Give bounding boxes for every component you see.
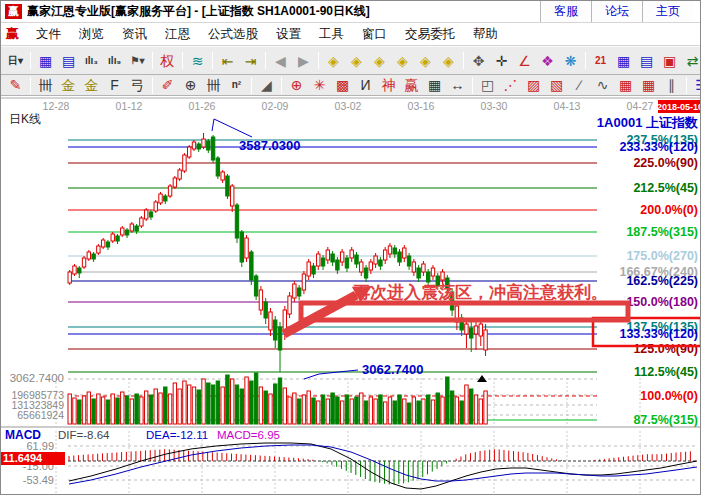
chart-3min-icon[interactable]: ılı₃ bbox=[80, 51, 103, 71]
homepage-button[interactable]: 主页 bbox=[642, 1, 693, 22]
crosshair-icon[interactable]: ✛ bbox=[490, 51, 513, 71]
toolbar-separator bbox=[318, 52, 319, 69]
period-label: 日K线 bbox=[9, 112, 41, 126]
list-config-icon[interactable]: ☰ bbox=[690, 75, 700, 95]
gann-zoom-out-icon[interactable]: ◈ bbox=[391, 51, 414, 71]
chart-area: 237.5%(135)233.33%(120)225.0%(90)212.5%(… bbox=[1, 96, 701, 495]
star-radial-icon[interactable]: ✳ bbox=[308, 75, 331, 95]
cycle-ruler-icon[interactable]: 弓 bbox=[126, 75, 149, 95]
gold-section-h-icon[interactable]: 金 bbox=[57, 75, 80, 95]
volume-bar bbox=[465, 385, 468, 424]
flag-marker-icon[interactable]: ⚑▾ bbox=[126, 51, 149, 71]
candle-body bbox=[474, 326, 477, 334]
gold-section-v-icon[interactable]: 金 bbox=[80, 75, 103, 95]
period-day-icon[interactable]: 日▾ bbox=[4, 51, 27, 71]
angle-measure-icon[interactable]: ∠ bbox=[513, 51, 536, 71]
ray-fan-icon[interactable]: ⋰ bbox=[499, 75, 522, 95]
toolbar-separator bbox=[686, 77, 687, 94]
wave-mark-icon[interactable]: И bbox=[354, 75, 377, 95]
smart-analysis-icon[interactable]: ❋ bbox=[559, 51, 582, 71]
menu-item-4[interactable]: 公式选股 bbox=[199, 26, 267, 43]
jump-last-icon[interactable]: ⇥ bbox=[239, 51, 262, 71]
volume-bar bbox=[364, 401, 367, 424]
jump-first-icon[interactable]: ⇤ bbox=[216, 51, 239, 71]
trend-line-icon[interactable]: ∕ bbox=[568, 75, 591, 95]
grid-pattern-icon[interactable]: ▩ bbox=[331, 75, 354, 95]
volume-bar bbox=[164, 387, 167, 424]
candle-body bbox=[101, 240, 104, 247]
candle-body bbox=[264, 302, 267, 318]
shen-tool-icon[interactable]: 神 bbox=[377, 75, 400, 95]
gann-box2-icon[interactable]: ▧ bbox=[545, 75, 568, 95]
color-volume-icon[interactable]: ≋ bbox=[186, 51, 209, 71]
pattern-window-icon[interactable]: ▦ bbox=[34, 51, 57, 71]
menu-item-6[interactable]: 工具 bbox=[310, 26, 353, 43]
volume-bar bbox=[355, 397, 358, 424]
menu-item-5[interactable]: 设置 bbox=[267, 26, 310, 43]
angle-fan-icon[interactable]: ◢ bbox=[255, 75, 278, 95]
price-ruler-icon[interactable]: 卌 bbox=[202, 75, 225, 95]
candle-body bbox=[407, 256, 410, 266]
price-grid-icon[interactable]: ▦ bbox=[614, 75, 637, 95]
net-share-icon[interactable]: ⇄ bbox=[681, 51, 700, 71]
customer-service-button[interactable]: 客服 bbox=[540, 1, 591, 22]
volume-bar bbox=[336, 397, 339, 424]
menu-item-0[interactable]: 文件 bbox=[27, 26, 70, 43]
menu-item-7[interactable]: 窗口 bbox=[353, 26, 396, 43]
chart-9min-icon[interactable]: ılı₉ bbox=[103, 51, 126, 71]
toolbar-separator bbox=[30, 77, 31, 94]
gann-nav-left-icon[interactable]: ◈ bbox=[322, 51, 345, 71]
volume-bar bbox=[398, 395, 401, 424]
rights-restore-icon[interactable]: 权 bbox=[156, 51, 179, 71]
calculator-icon[interactable]: ▦ bbox=[612, 51, 635, 71]
parallel-lines-icon[interactable]: ∥ bbox=[660, 75, 683, 95]
candle-body bbox=[207, 141, 210, 150]
hand-drag-icon[interactable]: ✥ bbox=[467, 51, 490, 71]
forum-button[interactable]: 论坛 bbox=[591, 1, 642, 22]
notepad-icon[interactable]: ▤ bbox=[635, 51, 658, 71]
gann-label-2: 225.0%(90) bbox=[633, 156, 698, 170]
span-measure-icon[interactable]: ↔ bbox=[446, 75, 469, 95]
volume-bar bbox=[446, 377, 449, 424]
square-of-nine-icon[interactable]: n² bbox=[225, 75, 248, 95]
target-circle-icon[interactable]: ⊕ bbox=[285, 75, 308, 95]
pattern-tool-icon[interactable]: ❖ bbox=[536, 51, 559, 71]
menu-item-8[interactable]: 交易委托 bbox=[396, 26, 464, 43]
gann-zoom-in-icon[interactable]: ◈ bbox=[368, 51, 391, 71]
menu-item-3[interactable]: 江恩 bbox=[156, 26, 199, 43]
spray-mark-icon[interactable]: ✐ bbox=[156, 75, 179, 95]
page-next-icon[interactable]: ▶ bbox=[292, 51, 315, 71]
gann-center-icon[interactable]: ◈ bbox=[414, 51, 437, 71]
price-grid2-icon[interactable]: ▦ bbox=[637, 75, 660, 95]
volume-bar bbox=[340, 401, 343, 424]
save-disk-icon[interactable]: ▣ bbox=[658, 51, 681, 71]
calendar-21-icon[interactable]: 21 bbox=[589, 51, 612, 71]
menu-item-1[interactable]: 浏览 bbox=[70, 26, 113, 43]
time-circle-icon[interactable]: ⊕ bbox=[179, 75, 202, 95]
toolbar-separator bbox=[281, 77, 282, 94]
brush-draw-icon[interactable]: ✎ bbox=[4, 75, 27, 95]
menu-item-2[interactable]: 资讯 bbox=[113, 26, 156, 43]
candle-body bbox=[269, 312, 272, 330]
menu-item-9[interactable]: 帮助 bbox=[464, 26, 507, 43]
gann-ruler-icon[interactable]: 卌 bbox=[34, 75, 57, 95]
volume-bar bbox=[226, 375, 229, 424]
grid-count-icon[interactable]: ▦ bbox=[423, 75, 446, 95]
candle-body bbox=[345, 258, 348, 268]
volume-bar bbox=[116, 398, 119, 424]
candle-body bbox=[398, 252, 401, 262]
candle-body bbox=[221, 172, 224, 180]
fib-ruler-icon[interactable]: F bbox=[103, 75, 126, 95]
candle-body bbox=[78, 268, 81, 273]
volume-bar bbox=[350, 399, 353, 424]
gann-box-icon[interactable]: ▨ bbox=[522, 75, 545, 95]
ying-tool-icon[interactable]: 赢 bbox=[400, 75, 423, 95]
info-note-icon[interactable]: ▤ bbox=[57, 51, 80, 71]
candle-body bbox=[340, 252, 343, 262]
rect-select-icon[interactable]: ◰ bbox=[476, 75, 499, 95]
page-prev-icon[interactable]: ◀ bbox=[269, 51, 292, 71]
gann-fit-icon[interactable]: ◈ bbox=[437, 51, 460, 71]
chart-canvas[interactable]: 237.5%(135)233.33%(120)225.0%(90)212.5%(… bbox=[1, 96, 701, 495]
zigzag-line-icon[interactable]: ∿ bbox=[591, 75, 614, 95]
gann-nav-right-icon[interactable]: ◈ bbox=[345, 51, 368, 71]
